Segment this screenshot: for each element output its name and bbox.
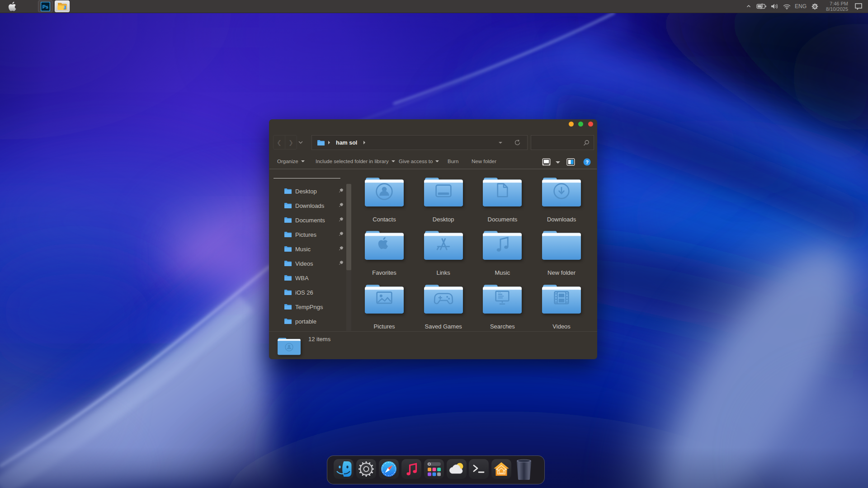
- svg-text:?: ?: [585, 160, 589, 165]
- svg-text:Ps: Ps: [42, 4, 48, 9]
